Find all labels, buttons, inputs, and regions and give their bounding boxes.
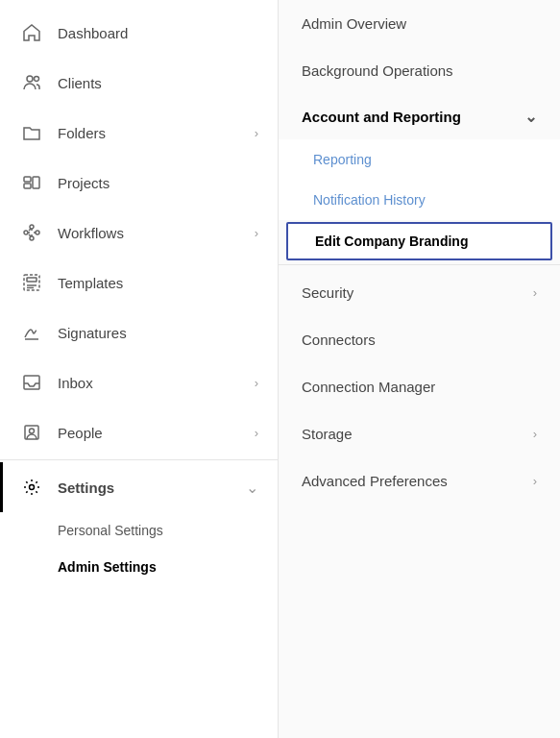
- chevron-right-icon: ›: [255, 376, 258, 390]
- sidebar-item-label: Workflows: [58, 225, 255, 241]
- sidebar-item-label: Settings: [58, 480, 246, 496]
- right-sub-item-notification-history[interactable]: Notification History: [279, 180, 560, 220]
- sidebar-item-label: Clients: [58, 75, 258, 91]
- right-sub-item-reporting[interactable]: Reporting: [279, 139, 560, 180]
- home-icon: [19, 20, 44, 45]
- right-item-label: Connectors: [302, 332, 537, 348]
- sidebar-item-label: Projects: [58, 175, 258, 191]
- svg-point-8: [36, 231, 39, 234]
- sidebar-item-label: Dashboard: [58, 25, 258, 41]
- right-item-advanced-preferences[interactable]: Advanced Preferences ›: [279, 457, 560, 504]
- people-icon: [19, 420, 44, 445]
- svg-point-5: [24, 231, 28, 234]
- svg-point-17: [30, 485, 35, 490]
- sidebar-item-clients[interactable]: Clients: [0, 58, 278, 108]
- sidebar-item-label: Templates: [58, 275, 258, 291]
- templates-icon: [19, 270, 44, 295]
- svg-rect-4: [33, 177, 39, 188]
- right-item-label: Advanced Preferences: [302, 473, 533, 489]
- right-item-background-operations[interactable]: Background Operations: [279, 47, 560, 94]
- workflows-icon: [19, 220, 44, 245]
- projects-icon: [19, 170, 44, 195]
- right-item-label: Security: [302, 284, 533, 301]
- right-item-security[interactable]: Security ›: [279, 269, 560, 316]
- right-item-storage[interactable]: Storage ›: [279, 410, 560, 457]
- right-item-connectors[interactable]: Connectors: [279, 316, 560, 363]
- sidebar-item-folders[interactable]: Folders ›: [0, 108, 278, 158]
- sidebar-item-inbox[interactable]: Inbox ›: [0, 357, 278, 407]
- svg-point-6: [30, 225, 34, 229]
- svg-point-1: [35, 77, 39, 82]
- section-header-label: Account and Reporting: [302, 109, 524, 125]
- sub-item-label: Reporting: [313, 152, 372, 167]
- svg-point-0: [27, 76, 33, 82]
- right-item-admin-overview[interactable]: Admin Overview: [279, 0, 560, 47]
- svg-point-7: [30, 236, 34, 240]
- settings-icon: [19, 475, 44, 500]
- right-item-label: Storage: [302, 426, 533, 442]
- sidebar-item-templates[interactable]: Templates: [0, 258, 278, 308]
- right-item-label: Admin Overview: [302, 15, 537, 32]
- sidebar-item-label: Signatures: [58, 325, 258, 341]
- sub-item-label: Edit Company Branding: [315, 234, 468, 249]
- svg-rect-10: [27, 278, 37, 282]
- personal-settings-label: Personal Settings: [58, 523, 163, 538]
- divider: [0, 459, 278, 460]
- svg-point-16: [30, 429, 35, 433]
- divider: [279, 264, 560, 265]
- right-section-account-reporting[interactable]: Account and Reporting ⌄: [279, 94, 560, 139]
- chevron-right-icon: ›: [533, 285, 537, 300]
- clients-icon: [19, 70, 44, 95]
- chevron-right-icon: ›: [255, 426, 258, 440]
- right-item-label: Connection Manager: [302, 379, 537, 395]
- sidebar-item-dashboard[interactable]: Dashboard: [0, 8, 278, 58]
- chevron-down-icon: ⌄: [524, 108, 537, 126]
- sidebar-item-label: People: [58, 425, 255, 441]
- sidebar-item-label: Folders: [58, 125, 255, 141]
- inbox-icon: [19, 370, 44, 395]
- svg-rect-2: [24, 177, 31, 182]
- sidebar-item-people[interactable]: People ›: [0, 407, 278, 457]
- right-item-connection-manager[interactable]: Connection Manager: [279, 363, 560, 410]
- right-item-label: Background Operations: [302, 62, 537, 79]
- sidebar-item-signatures[interactable]: Signatures: [0, 308, 278, 357]
- sub-item-label: Notification History: [313, 192, 426, 208]
- right-panel: Admin Overview Background Operations Acc…: [279, 0, 560, 738]
- sidebar-sub-item-personal-settings[interactable]: Personal Settings: [0, 512, 278, 549]
- sidebar-item-workflows[interactable]: Workflows ›: [0, 208, 278, 258]
- svg-rect-3: [24, 184, 31, 188]
- svg-rect-14: [24, 376, 39, 389]
- sidebar-sub-item-admin-settings[interactable]: Admin Settings: [0, 549, 278, 585]
- folder-icon: [19, 120, 44, 145]
- chevron-right-icon: ›: [255, 226, 258, 240]
- chevron-right-icon: ›: [533, 474, 537, 488]
- signatures-icon: [19, 320, 44, 345]
- right-sub-item-edit-company-branding[interactable]: Edit Company Branding: [286, 222, 552, 260]
- chevron-down-icon: ⌄: [246, 479, 258, 497]
- chevron-right-icon: ›: [533, 427, 537, 441]
- sidebar-item-projects[interactable]: Projects: [0, 158, 278, 208]
- sidebar: Dashboard Clients Folders ›: [0, 0, 279, 738]
- chevron-right-icon: ›: [255, 126, 258, 140]
- sidebar-item-label: Inbox: [58, 375, 255, 391]
- sidebar-item-settings[interactable]: Settings ⌄: [0, 462, 278, 512]
- admin-settings-label: Admin Settings: [58, 559, 157, 575]
